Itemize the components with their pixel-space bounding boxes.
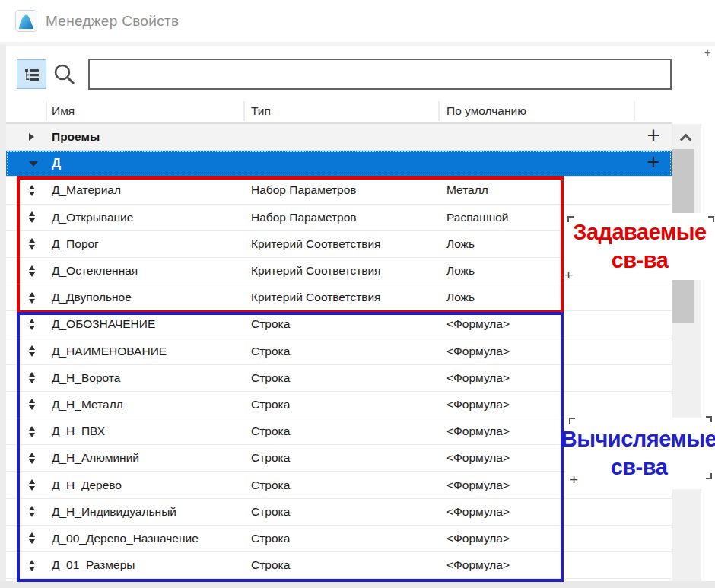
property-row[interactable]: Д_ОБОЗНАЧЕНИЕ Строка <Формула>: [6, 311, 672, 338]
property-name: Д_Н_Дерево: [47, 478, 245, 492]
property-default: Ложь: [440, 291, 635, 304]
reorder-handle-icon[interactable]: [29, 238, 35, 250]
reorder-handle-icon[interactable]: [29, 426, 35, 437]
titlebar-separator: [0, 42, 715, 46]
reorder-handle-icon[interactable]: [29, 372, 35, 383]
table-header-row: Имя Тип По умолчанию: [6, 99, 672, 124]
annotation-handle-mark: [708, 216, 714, 222]
property-default: <Формула>: [440, 317, 635, 331]
property-name: Д_Н_ПВХ: [47, 424, 245, 438]
property-default: <Формула>: [440, 398, 635, 412]
property-row[interactable]: Д_Н_Ворота Строка <Формула>: [6, 365, 672, 392]
property-default: <Формула>: [440, 532, 635, 545]
property-type: Строка: [245, 532, 440, 545]
header-handle-column: [6, 101, 47, 121]
header-type[interactable]: Тип: [245, 101, 440, 121]
property-type: Критерий Соответствия: [245, 237, 440, 251]
left-edge-strip: [0, 44, 6, 588]
property-name: Д_00_Дерево_Назначение: [47, 532, 245, 545]
property-type: Строка: [245, 451, 440, 465]
property-row[interactable]: Д_Двупольное Критерий Соответствия Ложь: [6, 284, 672, 311]
property-name: Д_ОБОЗНАЧЕНИЕ: [47, 317, 245, 331]
computed-properties-label: Вычисляемые св-ва: [566, 418, 712, 489]
header-default[interactable]: По умолчанию: [440, 101, 635, 121]
property-default: <Формула>: [440, 505, 635, 519]
reorder-handle-icon[interactable]: [29, 185, 35, 196]
scrollbar-up-arrow-icon[interactable]: [675, 131, 692, 145]
property-row[interactable]: Д_Н_Индивидуальный Строка <Формула>: [6, 499, 672, 526]
reorder-handle-icon[interactable]: [29, 532, 35, 544]
titlebar: Менеджер Свойств: [0, 0, 715, 42]
property-name: Д_Н_Металл: [47, 398, 245, 412]
property-name: Д_НАИМЕНОВАНИЕ: [47, 345, 245, 358]
expand-expanded-icon[interactable]: [29, 161, 38, 167]
group-row-d-selected[interactable]: Д +: [6, 151, 672, 177]
reorder-handle-icon[interactable]: [29, 319, 35, 330]
property-default: Металл: [440, 183, 635, 197]
annotation-handle-mark: +: [564, 268, 573, 282]
group-name: Проемы: [47, 130, 245, 144]
archicad-logo-icon: [15, 10, 37, 32]
property-name: Д_Н_Индивидуальный: [47, 505, 245, 519]
property-type: Строка: [245, 478, 440, 492]
property-name: Д_Остекленная: [47, 264, 245, 278]
reorder-handle-icon[interactable]: [29, 479, 35, 491]
group-name: Д: [47, 156, 245, 171]
label-line: св-ва: [612, 246, 669, 275]
header-name[interactable]: Имя: [47, 101, 245, 121]
label-line: Вычисляемые: [561, 425, 715, 453]
property-manager-window: Менеджер Свойств + Имя Тип: [0, 0, 715, 588]
reorder-handle-icon[interactable]: [29, 506, 35, 517]
property-row[interactable]: Д_Н_Металл Строка <Формула>: [6, 392, 672, 418]
reorder-handle-icon[interactable]: [29, 399, 35, 410]
property-name: Д_01_Размеры: [47, 558, 245, 572]
property-row[interactable]: Д_01_Размеры Строка <Формула>: [6, 552, 672, 579]
tree-view-icon: [24, 68, 40, 81]
property-type: Набор Параметров: [245, 211, 440, 224]
property-type: Критерий Соответствия: [245, 264, 440, 278]
property-type: Строка: [245, 424, 440, 438]
annotation-handle-mark: +: [704, 46, 711, 59]
reorder-handle-icon[interactable]: [29, 211, 35, 223]
editable-properties-label: Задаваемые св-ва: [564, 213, 715, 280]
property-row[interactable]: Д_Материал Набор Параметров Металл: [6, 177, 672, 204]
property-name: Д_Порог: [47, 237, 245, 251]
property-row[interactable]: Д_00_Дерево_Назначение Строка <Формула>: [6, 526, 672, 552]
property-type: Строка: [245, 317, 440, 331]
property-type: Строка: [245, 398, 440, 412]
reorder-handle-icon[interactable]: [29, 453, 35, 464]
property-name: Д_Двупольное: [47, 291, 245, 304]
property-default: <Формула>: [440, 371, 635, 385]
search-icon: [52, 62, 77, 87]
header-add-column: [635, 101, 672, 121]
tree-view-toggle-button[interactable]: [17, 59, 46, 89]
search-input[interactable]: [88, 59, 672, 90]
annotation-handle-mark: +: [570, 472, 578, 487]
annotation-handle-mark: [706, 416, 712, 422]
label-line: св-ва: [611, 453, 668, 482]
add-property-button[interactable]: +: [647, 151, 660, 173]
annotation-handle-mark: [567, 216, 574, 222]
property-name: Д_Н_Ворота: [47, 371, 245, 385]
property-name: Д_Н_Алюминий: [47, 451, 245, 465]
annotation-handle-mark: [706, 473, 712, 479]
group-row-proemy[interactable]: Проемы +: [6, 124, 672, 151]
label-line: Задаваемые: [573, 218, 707, 246]
property-type: Строка: [245, 371, 440, 385]
annotation-handle-mark: [569, 418, 575, 424]
property-type: Набор Параметров: [245, 183, 440, 197]
properties-table: Имя Тип По умолчанию Проемы + Д +: [6, 99, 672, 579]
property-row[interactable]: Д_НАИМЕНОВАНИЕ Строка <Формула>: [6, 338, 672, 365]
expand-collapsed-icon[interactable]: [29, 133, 34, 141]
reorder-handle-icon[interactable]: [29, 292, 35, 304]
reorder-handle-icon[interactable]: [29, 345, 35, 357]
property-type: Строка: [245, 558, 440, 572]
property-default: <Формула>: [440, 345, 635, 358]
add-property-button[interactable]: +: [647, 125, 660, 147]
property-default: <Формула>: [440, 558, 635, 572]
reorder-handle-icon[interactable]: [29, 265, 35, 277]
window-title: Менеджер Свойств: [46, 13, 179, 30]
reorder-handle-icon[interactable]: [29, 560, 35, 571]
property-type: Строка: [245, 505, 440, 519]
bottom-edge-strip: [0, 581, 715, 588]
